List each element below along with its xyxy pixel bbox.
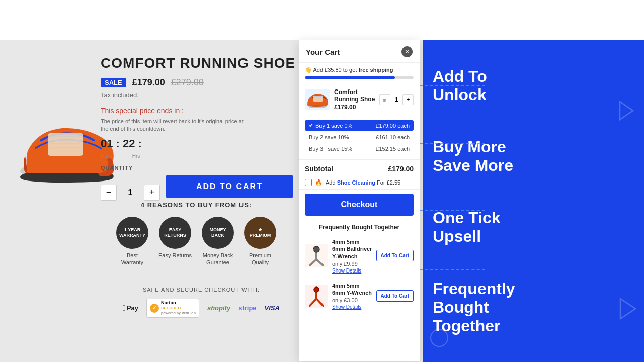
cart-item-row: Comfort Running Shoe £179.00 🗑 1 + <box>305 88 414 111</box>
shipping-bar: 👋 Add £35.80 to get free shipping <box>299 63 420 83</box>
connector-4 <box>420 269 485 270</box>
safe-checkout-section: SAFE AND SECURE CHECKOUT WITH: Pay ✓ No… <box>101 287 302 318</box>
cart-item-info: Comfort Running Shoe £179.00 <box>334 88 375 111</box>
safe-checkout-title: SAFE AND SECURE CHECKOUT WITH: <box>101 287 302 293</box>
label-frequently-bought-text: Frequently Bought Together <box>433 280 634 335</box>
upsell-checkbox[interactable] <box>305 179 312 186</box>
svg-point-20 <box>314 287 319 292</box>
checkout-button[interactable]: Checkout <box>305 194 414 216</box>
fbt-item-1-info: 4mm 5mm 6mm Balldriver Y-Wrench only £9.… <box>332 238 372 274</box>
reason-money-back: MONEYBACK Money BackGurantee <box>202 217 234 266</box>
price-current: £179.00 <box>132 77 165 88</box>
connector-3 <box>420 210 485 211</box>
fire-icon: 🔥 <box>315 179 323 186</box>
svg-line-13 <box>310 259 316 265</box>
buy-more-row-2[interactable]: Buy 2 save 10% £161.10 each <box>305 132 414 142</box>
fbt-item-2-image <box>305 285 328 308</box>
reasons-section: 4 REASONS TO BUY FROM US: 1 YEARWARRANTY… <box>101 201 292 270</box>
cart-title: Your Cart <box>306 48 340 56</box>
reason-quality-circle: ★PREMIUM <box>244 217 276 249</box>
cart-item-increase-button[interactable]: + <box>403 94 414 105</box>
reason-money-back-circle: MONEYBACK <box>202 217 234 249</box>
quantity-decrease-button[interactable]: − <box>101 185 117 201</box>
countdown-description: The price of this item will revert back … <box>101 118 252 133</box>
reasons-icons: 1 YEARWARRANTY BestWarranty EASYRETURNS … <box>101 217 292 266</box>
cart-close-button[interactable]: ✕ <box>401 46 413 57</box>
cart-item: Comfort Running Shoe £179.00 🗑 1 + <box>299 83 420 116</box>
cart-item-price: £179.00 <box>334 104 375 111</box>
cart-modal: Your Cart ✕ 👋 Add £35.80 to get free shi… <box>299 40 420 361</box>
subtotal-row: Subtotal £179.00 <box>299 160 420 176</box>
reason-returns: EASYRETURNS Easy Returns <box>158 217 192 266</box>
upsell-text: Add Shoe Cleaning For £2.55 <box>326 179 400 186</box>
right-labels: Add To Unlock Buy More Save More One Tic… <box>433 40 634 362</box>
countdown-days-label: Days <box>101 153 112 159</box>
quantity-value: 1 <box>123 188 138 197</box>
upsell-link[interactable]: Shoe Cleaning <box>337 179 375 186</box>
upsell-row: 🔥 Add Shoe Cleaning For £2.55 <box>299 176 420 190</box>
fbt-item-2-add-button[interactable]: Add To Cart <box>376 290 414 302</box>
payment-icons: Pay ✓ Norton SECURED powered by VeriSig… <box>101 299 302 318</box>
quantity-increase-button[interactable]: + <box>144 185 160 201</box>
reason-money-back-label: Money BackGurantee <box>203 252 233 266</box>
reason-returns-circle: EASYRETURNS <box>159 217 191 249</box>
fbt-item-1: T 4mm 5mm 6mm Balldriver Y-Wrench only £… <box>299 234 420 278</box>
reason-quality: ★PREMIUM PremiumQuality <box>244 217 276 266</box>
reason-warranty: 1 YEARWARRANTY BestWarranty <box>116 217 148 266</box>
cart-item-controls: 🗑 1 + <box>379 94 414 105</box>
shipping-progress-fill <box>305 76 395 79</box>
shipping-progress-bg <box>305 76 414 79</box>
reason-warranty-label: BestWarranty <box>121 252 143 266</box>
reason-warranty-circle: 1 YEARWARRANTY <box>116 217 148 249</box>
label-one-tick-upsell-text: One Tick Upsell <box>433 209 634 246</box>
cart-item-quantity: 1 <box>392 96 400 103</box>
fbt-item-1-image: T <box>305 244 328 267</box>
countdown-timer: 01 : 22 : Days Hrs <box>101 137 142 159</box>
fbt-item-1-name: 4mm 5mm 6mm Balldriver Y-Wrench <box>332 238 372 260</box>
subtotal-label: Subtotal <box>305 165 333 173</box>
norton-badge: ✓ Norton SECURED powered by VeriSign <box>146 299 199 318</box>
norton-text: Norton SECURED powered by VeriSign <box>161 301 196 316</box>
fbt-item-2: 4mm 5mm 6mm Y-Wrench only £3.00 Show Det… <box>299 278 420 315</box>
apple-pay-icon: Pay <box>123 304 138 313</box>
fbt-item-2-price: only £3.00 <box>332 297 372 303</box>
cart-item-delete-button[interactable]: 🗑 <box>379 94 390 105</box>
fbt-item-1-details[interactable]: Show Details <box>332 268 372 274</box>
frequently-bought-together-section: Frequently Bought Together T 4mm 5mm 6mm… <box>299 220 420 361</box>
buy-more-row-3[interactable]: Buy 3+ save 15% £152.15 each <box>305 144 414 154</box>
subtotal-value: £179.00 <box>388 165 414 173</box>
buy-more-row-1[interactable]: ✔ Buy 1 save 0% £179.00 each <box>305 120 414 131</box>
reason-quality-label: PremiumQuality <box>249 252 271 266</box>
fbt-item-1-price: only £9.99 <box>332 261 372 267</box>
connector-2 <box>420 143 485 144</box>
fbt-item-2-name: 4mm 5mm 6mm Y-Wrench <box>332 282 372 297</box>
fbt-item-1-add-button[interactable]: Add To Cart <box>376 250 414 261</box>
svg-point-11 <box>308 105 327 108</box>
top-bar <box>0 0 644 40</box>
label-frequently-bought: Frequently Bought Together <box>433 280 634 335</box>
norton-check-icon: ✓ <box>150 304 159 313</box>
reason-returns-label: Easy Returns <box>158 252 192 259</box>
price-original: £279.00 <box>171 77 204 88</box>
sale-badge: SALE <box>101 78 126 87</box>
svg-line-18 <box>310 299 316 306</box>
cart-item-name: Comfort Running Shoe <box>334 88 375 103</box>
visa-icon: VISA <box>265 304 280 312</box>
label-one-tick-upsell: One Tick Upsell <box>433 209 634 246</box>
checkmark-icon: ✔ <box>309 122 313 129</box>
fbt-item-2-details[interactable]: Show Details <box>332 304 372 310</box>
countdown-hrs-label: Hrs <box>132 153 140 159</box>
reasons-title: 4 REASONS TO BUY FROM US: <box>101 201 292 209</box>
svg-rect-10 <box>313 96 323 102</box>
stripe-icon: stripe <box>238 304 256 312</box>
fbt-title: Frequently Bought Together <box>299 220 420 234</box>
connector-1 <box>420 85 485 86</box>
shopify-icon: shopify <box>207 304 230 312</box>
buy-more-row-1-label: ✔ Buy 1 save 0% <box>309 122 352 129</box>
buy-more-section: ✔ Buy 1 save 0% £179.00 each Buy 2 save … <box>299 116 420 160</box>
cart-item-image <box>305 89 330 110</box>
svg-line-14 <box>316 259 323 265</box>
shipping-text: 👋 Add £35.80 to get free shipping <box>305 67 414 73</box>
add-to-cart-button[interactable]: ADD TO CART <box>166 175 293 198</box>
fbt-item-2-info: 4mm 5mm 6mm Y-Wrench only £3.00 Show Det… <box>332 282 372 310</box>
